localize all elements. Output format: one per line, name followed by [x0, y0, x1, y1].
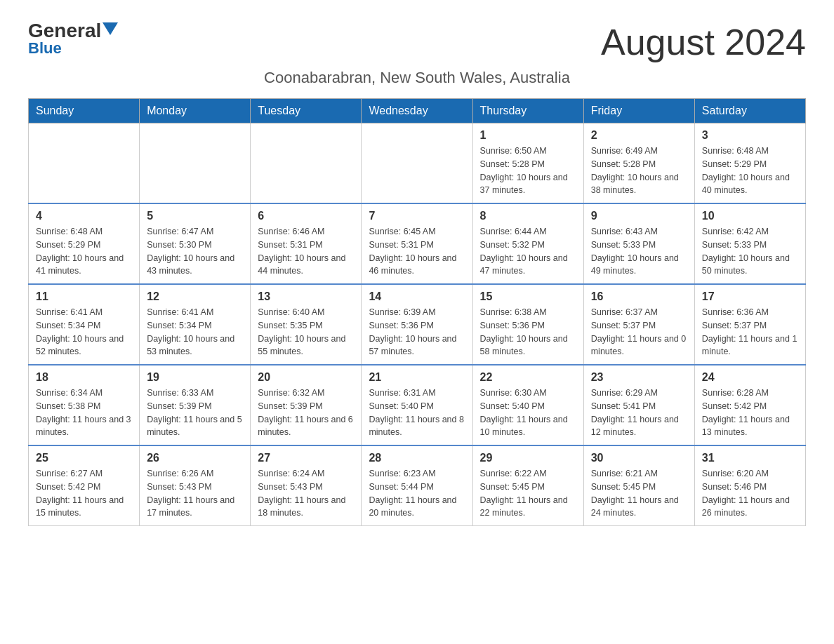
calendar-cell: 18Sunrise: 6:34 AM Sunset: 5:38 PM Dayli… — [29, 365, 140, 445]
calendar-cell — [251, 123, 362, 204]
day-number: 10 — [702, 210, 798, 222]
header-sunday: Sunday — [29, 99, 140, 123]
day-info: Sunrise: 6:46 AM Sunset: 5:31 PM Dayligh… — [258, 225, 354, 278]
day-info: Sunrise: 6:29 AM Sunset: 5:41 PM Dayligh… — [591, 387, 687, 439]
header-saturday: Saturday — [694, 99, 805, 123]
week-row-1: 1Sunrise: 6:50 AM Sunset: 5:28 PM Daylig… — [29, 123, 806, 204]
day-info: Sunrise: 6:45 AM Sunset: 5:31 PM Dayligh… — [369, 225, 465, 278]
calendar-header-row: SundayMondayTuesdayWednesdayThursdayFrid… — [29, 99, 806, 123]
calendar-cell: 23Sunrise: 6:29 AM Sunset: 5:41 PM Dayli… — [583, 365, 694, 445]
day-info: Sunrise: 6:39 AM Sunset: 5:36 PM Dayligh… — [369, 306, 465, 358]
calendar-cell: 7Sunrise: 6:45 AM Sunset: 5:31 PM Daylig… — [362, 203, 472, 284]
day-info: Sunrise: 6:31 AM Sunset: 5:40 PM Dayligh… — [369, 387, 465, 439]
calendar-cell: 16Sunrise: 6:37 AM Sunset: 5:37 PM Dayli… — [583, 284, 694, 365]
day-number: 12 — [147, 290, 243, 303]
day-number: 11 — [36, 290, 132, 303]
day-number: 31 — [702, 452, 798, 464]
logo-text-blue: Blue — [28, 39, 62, 58]
page-header: General Blue August 2024 — [28, 21, 806, 63]
calendar-cell: 24Sunrise: 6:28 AM Sunset: 5:42 PM Dayli… — [694, 365, 805, 445]
day-info: Sunrise: 6:40 AM Sunset: 5:35 PM Dayligh… — [258, 306, 354, 358]
calendar-cell — [362, 123, 472, 204]
day-info: Sunrise: 6:36 AM Sunset: 5:37 PM Dayligh… — [702, 306, 798, 358]
logo-text-general: General — [28, 21, 101, 41]
calendar-cell: 11Sunrise: 6:41 AM Sunset: 5:34 PM Dayli… — [29, 284, 140, 365]
day-number: 7 — [369, 210, 465, 222]
day-info: Sunrise: 6:32 AM Sunset: 5:39 PM Dayligh… — [258, 387, 354, 439]
day-number: 9 — [591, 210, 687, 222]
day-number: 4 — [36, 210, 132, 222]
day-info: Sunrise: 6:41 AM Sunset: 5:34 PM Dayligh… — [147, 306, 243, 358]
location-title: Coonabarabran, New South Wales, Australi… — [28, 69, 806, 87]
day-info: Sunrise: 6:48 AM Sunset: 5:29 PM Dayligh… — [702, 145, 798, 197]
calendar-cell: 10Sunrise: 6:42 AM Sunset: 5:33 PM Dayli… — [694, 203, 805, 284]
day-number: 28 — [369, 452, 465, 464]
calendar-table: SundayMondayTuesdayWednesdayThursdayFrid… — [28, 98, 806, 526]
day-number: 14 — [369, 290, 465, 303]
header-thursday: Thursday — [472, 99, 583, 123]
header-friday: Friday — [583, 99, 694, 123]
day-number: 6 — [258, 210, 354, 222]
day-info: Sunrise: 6:26 AM Sunset: 5:43 PM Dayligh… — [147, 467, 243, 520]
calendar-cell: 14Sunrise: 6:39 AM Sunset: 5:36 PM Dayli… — [362, 284, 472, 365]
day-number: 8 — [480, 210, 576, 222]
header-monday: Monday — [140, 99, 251, 123]
day-number: 1 — [480, 129, 576, 142]
day-info: Sunrise: 6:37 AM Sunset: 5:37 PM Dayligh… — [591, 306, 687, 358]
week-row-5: 25Sunrise: 6:27 AM Sunset: 5:42 PM Dayli… — [29, 445, 806, 526]
day-number: 25 — [36, 452, 132, 464]
day-info: Sunrise: 6:33 AM Sunset: 5:39 PM Dayligh… — [147, 387, 243, 439]
day-number: 23 — [591, 371, 687, 384]
day-info: Sunrise: 6:47 AM Sunset: 5:30 PM Dayligh… — [147, 225, 243, 278]
day-number: 18 — [36, 371, 132, 384]
day-info: Sunrise: 6:42 AM Sunset: 5:33 PM Dayligh… — [702, 225, 798, 278]
day-info: Sunrise: 6:49 AM Sunset: 5:28 PM Dayligh… — [591, 145, 687, 197]
header-wednesday: Wednesday — [362, 99, 472, 123]
header-tuesday: Tuesday — [251, 99, 362, 123]
day-info: Sunrise: 6:20 AM Sunset: 5:46 PM Dayligh… — [702, 467, 798, 520]
calendar-cell: 31Sunrise: 6:20 AM Sunset: 5:46 PM Dayli… — [694, 445, 805, 526]
calendar-cell: 19Sunrise: 6:33 AM Sunset: 5:39 PM Dayli… — [140, 365, 251, 445]
calendar-cell: 9Sunrise: 6:43 AM Sunset: 5:33 PM Daylig… — [583, 203, 694, 284]
day-number: 13 — [258, 290, 354, 303]
day-info: Sunrise: 6:48 AM Sunset: 5:29 PM Dayligh… — [36, 225, 132, 278]
day-number: 16 — [591, 290, 687, 303]
calendar-cell: 30Sunrise: 6:21 AM Sunset: 5:45 PM Dayli… — [583, 445, 694, 526]
day-number: 26 — [147, 452, 243, 464]
day-info: Sunrise: 6:34 AM Sunset: 5:38 PM Dayligh… — [36, 387, 132, 439]
day-info: Sunrise: 6:27 AM Sunset: 5:42 PM Dayligh… — [36, 467, 132, 520]
logo-triangle-icon — [102, 22, 118, 35]
day-info: Sunrise: 6:24 AM Sunset: 5:43 PM Dayligh… — [258, 467, 354, 520]
day-info: Sunrise: 6:38 AM Sunset: 5:36 PM Dayligh… — [480, 306, 576, 358]
calendar-cell: 22Sunrise: 6:30 AM Sunset: 5:40 PM Dayli… — [472, 365, 583, 445]
day-info: Sunrise: 6:44 AM Sunset: 5:32 PM Dayligh… — [480, 225, 576, 278]
calendar-cell: 1Sunrise: 6:50 AM Sunset: 5:28 PM Daylig… — [472, 123, 583, 204]
day-number: 21 — [369, 371, 465, 384]
calendar-cell: 17Sunrise: 6:36 AM Sunset: 5:37 PM Dayli… — [694, 284, 805, 365]
calendar-cell: 4Sunrise: 6:48 AM Sunset: 5:29 PM Daylig… — [29, 203, 140, 284]
calendar-cell: 8Sunrise: 6:44 AM Sunset: 5:32 PM Daylig… — [472, 203, 583, 284]
calendar-cell: 21Sunrise: 6:31 AM Sunset: 5:40 PM Dayli… — [362, 365, 472, 445]
calendar-cell: 28Sunrise: 6:23 AM Sunset: 5:44 PM Dayli… — [362, 445, 472, 526]
day-number: 20 — [258, 371, 354, 384]
calendar-cell — [140, 123, 251, 204]
calendar-cell: 13Sunrise: 6:40 AM Sunset: 5:35 PM Dayli… — [251, 284, 362, 365]
logo: General Blue — [28, 21, 118, 58]
day-number: 30 — [591, 452, 687, 464]
day-number: 29 — [480, 452, 576, 464]
week-row-3: 11Sunrise: 6:41 AM Sunset: 5:34 PM Dayli… — [29, 284, 806, 365]
day-number: 2 — [591, 129, 687, 142]
week-row-2: 4Sunrise: 6:48 AM Sunset: 5:29 PM Daylig… — [29, 203, 806, 284]
day-info: Sunrise: 6:41 AM Sunset: 5:34 PM Dayligh… — [36, 306, 132, 358]
calendar-cell: 2Sunrise: 6:49 AM Sunset: 5:28 PM Daylig… — [583, 123, 694, 204]
calendar-cell: 5Sunrise: 6:47 AM Sunset: 5:30 PM Daylig… — [140, 203, 251, 284]
day-info: Sunrise: 6:21 AM Sunset: 5:45 PM Dayligh… — [591, 467, 687, 520]
calendar-cell: 3Sunrise: 6:48 AM Sunset: 5:29 PM Daylig… — [694, 123, 805, 204]
day-info: Sunrise: 6:22 AM Sunset: 5:45 PM Dayligh… — [480, 467, 576, 520]
day-number: 15 — [480, 290, 576, 303]
day-info: Sunrise: 6:28 AM Sunset: 5:42 PM Dayligh… — [702, 387, 798, 439]
calendar-cell: 25Sunrise: 6:27 AM Sunset: 5:42 PM Dayli… — [29, 445, 140, 526]
calendar-cell: 27Sunrise: 6:24 AM Sunset: 5:43 PM Dayli… — [251, 445, 362, 526]
day-number: 3 — [702, 129, 798, 142]
calendar-cell: 6Sunrise: 6:46 AM Sunset: 5:31 PM Daylig… — [251, 203, 362, 284]
